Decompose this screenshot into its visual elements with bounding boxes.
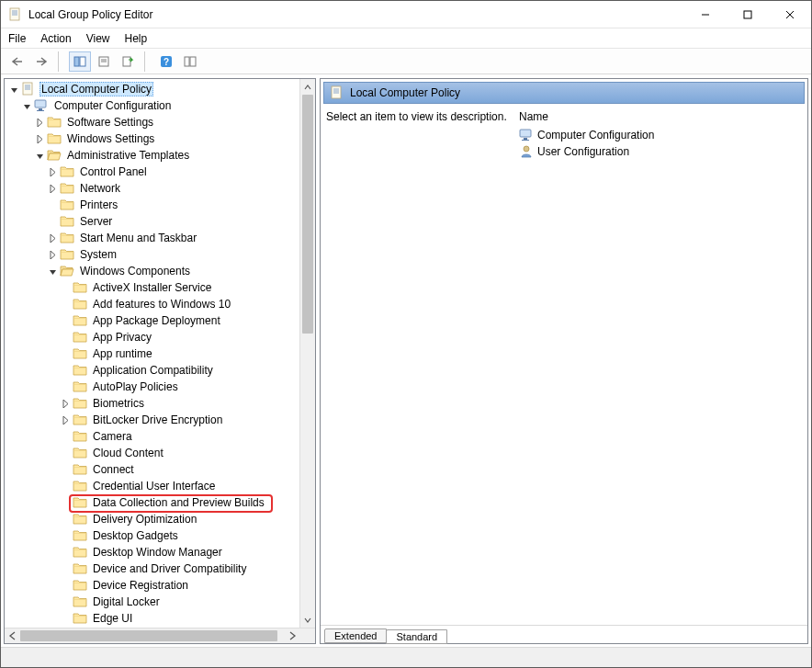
menu-view[interactable]: View (86, 32, 110, 45)
folder-icon (60, 214, 74, 229)
tree-node-start-menu[interactable]: Start Menu and Taskbar (5, 230, 299, 246)
tab-extended[interactable]: Extended (324, 628, 387, 643)
tree-node-camera[interactable]: Camera (5, 428, 299, 445)
chevron-right-icon[interactable] (47, 232, 58, 243)
tree-node-software-settings[interactable]: Software Settings (5, 114, 299, 130)
svg-rect-20 (185, 57, 189, 66)
column-header-name[interactable]: Name (519, 108, 802, 127)
chevron-right-icon[interactable] (60, 414, 71, 425)
tree-node-device-registration[interactable]: Device Registration (5, 577, 299, 594)
computer-icon (519, 128, 534, 142)
export-button[interactable] (117, 51, 139, 72)
tree-node-dwm[interactable]: Desktop Window Manager (5, 544, 299, 560)
svg-rect-17 (123, 57, 130, 66)
tree-node-windows-components[interactable]: Windows Components (5, 263, 299, 279)
tree-label: System (78, 248, 118, 261)
menu-file[interactable]: File (8, 32, 26, 45)
tree-node-biometrics[interactable]: Biometrics (5, 395, 299, 412)
maximize-button[interactable] (727, 1, 769, 28)
tree-node-app-compat[interactable]: Application Compatibility (5, 362, 299, 379)
folder-icon (73, 578, 87, 593)
show-tree-button[interactable] (69, 51, 91, 72)
menu-help[interactable]: Help (125, 32, 148, 45)
tree-node-credential-ui[interactable]: Credential User Interface (5, 478, 299, 494)
tree-node-desktop-gadgets[interactable]: Desktop Gadgets (5, 527, 299, 544)
chevron-right-icon[interactable] (34, 133, 45, 144)
content-area: Local Computer Policy Computer Configura… (1, 74, 811, 647)
window: Local Group Policy Editor File Action Vi… (0, 0, 812, 668)
list-item-user-configuration[interactable]: User Configuration (519, 143, 802, 160)
tree-node-administrative-templates[interactable]: Administrative Templates (5, 147, 299, 164)
chevron-right-icon[interactable] (47, 183, 58, 194)
filter-button[interactable] (179, 51, 201, 72)
tree-node-app-package[interactable]: App Package Deployment (5, 312, 299, 329)
tree-label: Start Menu and Taskbar (78, 232, 198, 244)
tree-label: Software Settings (65, 116, 155, 129)
tree-node-device-driver[interactable]: Device and Driver Compatibility (5, 560, 299, 577)
forward-button[interactable] (30, 51, 52, 72)
tree-node-app-privacy[interactable]: App Privacy (5, 329, 299, 345)
properties-button[interactable] (93, 51, 115, 72)
chevron-down-icon[interactable] (34, 150, 45, 161)
list-item-computer-configuration[interactable]: Computer Configuration (519, 127, 802, 143)
tree-node-autoplay[interactable]: AutoPlay Policies (5, 379, 299, 395)
titlebar: Local Group Policy Editor (1, 1, 811, 28)
scroll-down-icon[interactable] (300, 612, 315, 628)
tree-label: App Package Deployment (91, 314, 222, 327)
folder-icon (47, 115, 62, 130)
tree-node-add-features[interactable]: Add features to Windows 10 (5, 296, 299, 312)
tree-label: AutoPlay Policies (91, 380, 180, 393)
tree-label: Application Compatibility (91, 364, 215, 377)
vertical-scrollbar[interactable] (299, 79, 315, 628)
tree-label: Device Registration (91, 579, 190, 592)
tree-node-printers[interactable]: Printers (5, 197, 299, 213)
tree-node-root[interactable]: Local Computer Policy (5, 81, 299, 97)
policy-tree[interactable]: Local Computer Policy Computer Configura… (5, 79, 299, 628)
tree-node-data-collection[interactable]: Data Collection and Preview Builds (5, 494, 299, 511)
chevron-right-icon[interactable] (47, 249, 58, 260)
horizontal-scrollbar[interactable] (5, 628, 315, 643)
tree-label: Biometrics (91, 397, 146, 410)
folder-icon (73, 561, 87, 576)
scroll-right-icon[interactable] (284, 628, 299, 643)
chevron-right-icon[interactable] (60, 398, 71, 409)
tree-node-edge-ui[interactable]: Edge UI (5, 610, 299, 627)
tree-label: Administrative Templates (65, 149, 191, 162)
tree-node-cloud-content[interactable]: Cloud Content (5, 445, 299, 461)
folder-icon (60, 247, 74, 262)
chevron-down-icon[interactable] (47, 266, 58, 277)
folder-icon (73, 594, 87, 609)
tree-node-delivery-opt[interactable]: Delivery Optimization (5, 511, 299, 527)
tree-node-connect[interactable]: Connect (5, 461, 299, 478)
folder-icon (73, 545, 87, 560)
tree-node-digital-locker[interactable]: Digital Locker (5, 594, 299, 610)
list-item-label: User Configuration (537, 145, 629, 158)
menu-action[interactable]: Action (40, 32, 71, 45)
tree-node-activex[interactable]: ActiveX Installer Service (5, 279, 299, 296)
help-button[interactable]: ? (155, 51, 177, 72)
chevron-right-icon[interactable] (34, 117, 45, 128)
tab-standard[interactable]: Standard (386, 629, 447, 644)
tree-node-computer-configuration[interactable]: Computer Configuration (5, 97, 299, 114)
tree-node-server[interactable]: Server (5, 213, 299, 230)
tree-node-windows-settings[interactable]: Windows Settings (5, 130, 299, 147)
scroll-up-icon[interactable] (300, 79, 315, 95)
folder-icon (73, 330, 87, 345)
chevron-down-icon[interactable] (8, 84, 19, 95)
tree-label: Windows Components (78, 265, 192, 277)
tree-label: Connect (91, 463, 136, 476)
chevron-down-icon[interactable] (21, 100, 32, 111)
back-button[interactable] (6, 51, 28, 72)
tree-label: Delivery Optimization (91, 513, 198, 526)
chevron-right-icon[interactable] (47, 166, 58, 177)
tree-node-app-runtime[interactable]: App runtime (5, 345, 299, 362)
close-button[interactable] (769, 1, 811, 28)
tree-label: Server (78, 215, 114, 228)
scroll-left-icon[interactable] (5, 628, 20, 643)
tree-node-control-panel[interactable]: Control Panel (5, 164, 299, 180)
tree-node-bitlocker[interactable]: BitLocker Drive Encryption (5, 412, 299, 428)
details-header: Local Computer Policy (323, 82, 805, 104)
minimize-button[interactable] (684, 1, 727, 28)
tree-node-network[interactable]: Network (5, 180, 299, 197)
tree-node-system[interactable]: System (5, 246, 299, 263)
